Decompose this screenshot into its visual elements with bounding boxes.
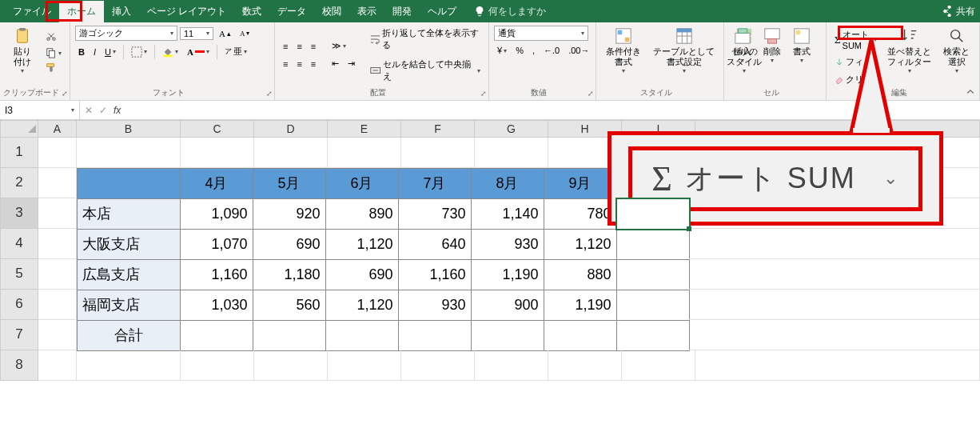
cell-E5[interactable]: 690 — [325, 259, 399, 290]
orientation-button[interactable]: ≫ ▾ — [329, 39, 349, 53]
merge-center-button[interactable]: セルを結合して中央揃え ▾ — [367, 57, 484, 84]
tab-file[interactable]: ファイル — [5, 1, 59, 22]
cell-I2[interactable]: 合計 — [616, 168, 690, 199]
col-header-A[interactable]: A — [38, 120, 77, 138]
cell-E7[interactable] — [325, 320, 399, 351]
cell-B3[interactable]: 本店 — [77, 198, 181, 230]
clear-button[interactable]: クリア ▾ — [831, 72, 880, 87]
cell-C5[interactable]: 1,160 — [180, 259, 253, 290]
cell-H5[interactable]: 880 — [544, 259, 617, 290]
cell-E4[interactable]: 1,120 — [325, 229, 399, 260]
cell-F6[interactable]: 930 — [398, 290, 472, 321]
cut-button[interactable] — [42, 30, 65, 45]
tab-formulas[interactable]: 数式 — [234, 1, 269, 22]
cell-rest-8[interactable] — [695, 350, 980, 381]
cell-B8[interactable] — [77, 350, 181, 381]
row-header-8[interactable]: 8 — [0, 350, 38, 381]
cell-E8[interactable] — [328, 350, 401, 381]
row-header-3[interactable]: 3 — [0, 198, 38, 229]
cell-G2[interactable]: 8月 — [471, 168, 544, 199]
cell-rest-2[interactable] — [689, 168, 980, 198]
number-format-combo[interactable]: 通貨▾ — [494, 26, 588, 41]
italic-button[interactable]: I — [90, 46, 99, 58]
cell-F5[interactable]: 1,160 — [398, 259, 472, 290]
collapse-ribbon-button[interactable] — [966, 87, 975, 97]
cell-G7[interactable] — [471, 320, 544, 351]
fill-button[interactable]: フィル ▾ — [831, 54, 880, 70]
cell-E3[interactable]: 890 — [325, 198, 399, 230]
tab-developer[interactable]: 開発 — [384, 1, 420, 22]
insert-cells-button[interactable]: 挿入▾ — [729, 26, 756, 66]
share-button[interactable]: 共有 — [942, 5, 975, 18]
col-header-C[interactable]: C — [181, 120, 254, 138]
font-color-button[interactable]: A▾ — [184, 46, 213, 58]
cell-C1[interactable] — [181, 138, 254, 168]
cell-A4[interactable] — [38, 229, 77, 259]
cell-G3[interactable]: 1,140 — [471, 198, 544, 230]
cell-C6[interactable]: 1,030 — [180, 290, 253, 321]
cell-I6[interactable] — [616, 290, 690, 321]
col-header-F[interactable]: F — [401, 120, 475, 138]
cell-F2[interactable]: 7月 — [398, 168, 472, 199]
tab-insert[interactable]: 挿入 — [104, 1, 139, 22]
cell-I1[interactable] — [622, 138, 695, 168]
cell-A5[interactable] — [38, 259, 77, 290]
cell-D7[interactable] — [253, 320, 326, 351]
col-header-I[interactable]: I — [622, 120, 695, 138]
cell-B7[interactable]: 合計 — [77, 320, 181, 351]
align-top-button[interactable]: ≡ — [280, 40, 291, 53]
cell-A7[interactable] — [38, 320, 77, 350]
row-header-6[interactable]: 6 — [0, 290, 38, 320]
cell-B2[interactable] — [77, 168, 181, 199]
font-launcher[interactable]: ⤢ — [266, 90, 273, 98]
cell-C3[interactable]: 1,090 — [180, 198, 253, 230]
cell-H1[interactable] — [548, 138, 622, 168]
cell-I5[interactable] — [616, 259, 690, 290]
tab-home[interactable]: ホーム — [59, 1, 104, 22]
cell-G5[interactable]: 1,190 — [471, 259, 544, 290]
cell-B4[interactable]: 大阪支店 — [77, 229, 181, 260]
number-launcher[interactable]: ⤢ — [588, 90, 594, 98]
cell-D2[interactable]: 5月 — [253, 168, 326, 199]
font-size-combo[interactable]: 11▾ — [180, 27, 213, 40]
tab-page-layout[interactable]: ページ レイアウト — [139, 1, 234, 22]
autosum-button[interactable]: Σ オート SUM ▾ — [831, 27, 880, 52]
cell-G6[interactable]: 900 — [471, 290, 544, 321]
cell-I3[interactable] — [616, 198, 690, 230]
cell-E2[interactable]: 6月 — [325, 168, 399, 199]
cell-F3[interactable]: 730 — [398, 198, 472, 230]
cell-D8[interactable] — [254, 350, 328, 381]
cell-rest-6[interactable] — [689, 290, 980, 320]
increase-indent-button[interactable]: ⇥ — [345, 57, 358, 70]
align-middle-button[interactable]: ≡ — [293, 40, 305, 53]
cell-H8[interactable] — [548, 350, 622, 381]
cell-A6[interactable] — [38, 290, 77, 320]
phonetic-button[interactable]: ア亜 ▾ — [221, 44, 250, 59]
col-header-G[interactable]: G — [475, 120, 548, 138]
cell-C8[interactable] — [181, 350, 254, 381]
cell-C7[interactable] — [180, 320, 253, 351]
cell-G1[interactable] — [475, 138, 548, 168]
enter-formula-button[interactable]: ✓ — [99, 105, 107, 116]
increase-decimal-button[interactable]: ←.0 — [540, 44, 563, 57]
cell-H2[interactable]: 9月 — [544, 168, 617, 199]
col-header-E[interactable]: E — [328, 120, 401, 138]
cell-F8[interactable] — [401, 350, 475, 381]
borders-button[interactable]: ▾ — [128, 45, 150, 59]
copy-button[interactable]: ▾ — [42, 46, 65, 60]
comma-button[interactable]: , — [529, 44, 538, 57]
decrease-indent-button[interactable]: ⇤ — [329, 57, 342, 70]
cell-E6[interactable]: 1,120 — [325, 290, 399, 321]
row-header-5[interactable]: 5 — [0, 259, 38, 290]
row-header-7[interactable]: 7 — [0, 320, 38, 350]
cell-F7[interactable] — [398, 320, 472, 351]
cell-rest-5[interactable] — [689, 259, 980, 290]
clipboard-launcher[interactable]: ⤢ — [62, 90, 68, 98]
delete-cells-button[interactable]: 削除▾ — [759, 26, 786, 66]
cell-I7[interactable] — [616, 320, 690, 351]
wrap-text-button[interactable]: 折り返して全体を表示する — [367, 26, 484, 53]
cell-G8[interactable] — [475, 350, 548, 381]
cell-C2[interactable]: 4月 — [180, 168, 253, 199]
cell-C4[interactable]: 1,070 — [180, 229, 253, 260]
cell-A3[interactable] — [38, 198, 77, 229]
